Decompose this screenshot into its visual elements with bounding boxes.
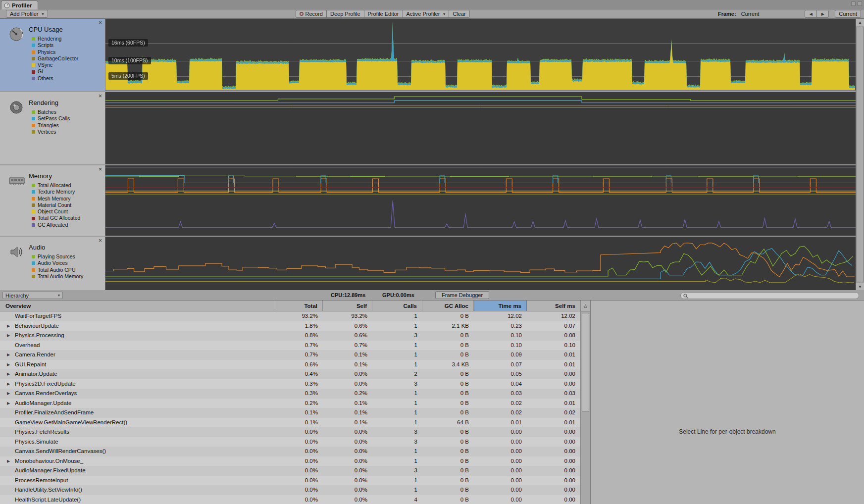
legend-item[interactable]: Texture Memory <box>32 189 80 195</box>
tab-profiler[interactable]: Profiler <box>1 0 38 9</box>
legend-color-swatch[interactable] <box>32 190 35 194</box>
clear-button[interactable]: Clear <box>449 10 469 18</box>
legend-color-swatch[interactable] <box>32 57 35 60</box>
search-box[interactable] <box>680 292 859 299</box>
legend-item[interactable]: Scripts <box>32 42 78 49</box>
legend-item[interactable]: Playing Sources <box>32 253 83 260</box>
record-button[interactable]: Record <box>296 10 327 18</box>
frame-debugger-button[interactable]: Frame Debugger <box>435 291 489 299</box>
legend-item[interactable]: Triangles <box>32 122 70 129</box>
legend-color-swatch[interactable] <box>32 117 35 120</box>
legend-color-swatch[interactable] <box>32 77 35 80</box>
expand-arrow-icon[interactable]: ▶ <box>7 350 10 360</box>
legend-color-swatch[interactable] <box>32 50 35 54</box>
legend-color-swatch[interactable] <box>32 44 35 47</box>
scrollbar-thumb[interactable] <box>582 313 589 412</box>
legend-item[interactable]: Material Count <box>32 202 80 208</box>
module-panel-cpu-usage[interactable]: × CPU Usage RenderingScriptsPhysicsGarba… <box>0 19 105 91</box>
legend-color-swatch[interactable] <box>32 197 35 201</box>
legend-color-swatch[interactable] <box>32 37 35 41</box>
table-row[interactable]: ▶BehaviourUpdate1.8%0.6%12.1 KB0.230.07 <box>0 321 580 331</box>
legend-item[interactable]: Vertices <box>32 129 70 135</box>
close-icon[interactable]: × <box>99 19 102 26</box>
legend-color-swatch[interactable] <box>32 130 35 134</box>
table-row[interactable]: HealthScript.LateUpdate()0.0%0.0%40 B0.0… <box>0 495 580 504</box>
table-row[interactable]: Physics.Simulate0.0%0.0%30 B0.000.00 <box>0 437 580 447</box>
table-row[interactable]: Canvas.SendWillRenderCanvases()0.0%0.0%1… <box>0 447 580 456</box>
legend-color-swatch[interactable] <box>32 268 35 272</box>
legend-color-swatch[interactable] <box>32 217 35 220</box>
window-menu-icon[interactable] <box>851 1 856 6</box>
profile-editor-button[interactable]: Profile Editor <box>364 10 403 18</box>
previous-frame-button[interactable]: ◀ <box>805 10 817 18</box>
close-icon[interactable]: × <box>99 93 102 100</box>
legend-item[interactable]: Batches <box>32 109 70 115</box>
rendering-chart[interactable] <box>105 92 856 164</box>
window-maximize-icon[interactable] <box>858 1 862 6</box>
legend-item[interactable]: GarbageCollector <box>32 55 78 62</box>
charts-scrollbar[interactable]: ▲ ▼ <box>856 19 864 290</box>
table-row[interactable]: Profiler.FinalizeAndSendFrame0.1%0.1%10 … <box>0 408 580 418</box>
scroll-down-icon[interactable]: ▼ <box>856 283 864 290</box>
legend-color-swatch[interactable] <box>32 255 35 258</box>
legend-item[interactable]: Total GC Allocated <box>32 215 80 221</box>
legend-item[interactable]: Mesh Memory <box>32 196 80 202</box>
legend-item[interactable]: Physics <box>32 49 78 55</box>
legend-item[interactable]: SetPass Calls <box>32 115 70 122</box>
legend-color-swatch[interactable] <box>32 261 35 265</box>
legend-item[interactable]: Gi <box>32 68 78 75</box>
legend-color-swatch[interactable] <box>32 275 35 278</box>
table-scrollbar[interactable]: △ <box>580 301 590 504</box>
column-header-self-ms[interactable]: Self ms <box>527 301 580 311</box>
module-panel-memory[interactable]: × Memory Total AllocatedTexture MemoryMe… <box>0 165 105 236</box>
legend-color-swatch[interactable] <box>32 223 35 227</box>
expand-arrow-icon[interactable]: ▶ <box>7 369 10 379</box>
expand-arrow-icon[interactable]: ▶ <box>7 456 10 466</box>
scroll-up-icon[interactable]: △ <box>581 301 590 311</box>
next-frame-button[interactable]: ▶ <box>816 10 829 18</box>
current-frame-button[interactable]: Current <box>835 10 861 18</box>
scroll-up-icon[interactable]: ▲ <box>856 19 864 26</box>
hierarchy-dropdown[interactable]: Hierarchy ▾ <box>2 292 63 299</box>
table-row[interactable]: ▶Animator.Update0.4%0.0%20 B0.050.00 <box>0 369 580 379</box>
active-profiler-dropdown[interactable]: Active Profiler ▾ <box>403 10 450 18</box>
table-row[interactable]: Physics.FetchResults0.0%0.0%30 B0.000.00 <box>0 427 580 437</box>
expand-arrow-icon[interactable]: ▶ <box>7 360 10 370</box>
table-row[interactable]: ▶GUI.Repaint0.6%0.1%13.4 KB0.070.01 <box>0 360 580 370</box>
table-row[interactable]: ▶Physics.Processing0.8%0.6%30 B0.100.08 <box>0 331 580 341</box>
column-header-time-ms[interactable]: Time ms <box>474 301 527 311</box>
close-icon[interactable]: × <box>99 166 102 173</box>
cpu-chart[interactable]: 16ms (60FPS) 10ms (100FPS) 5ms (200FPS) <box>105 19 856 91</box>
table-row[interactable]: WaitForTargetFPS93.2%93.2%10 B12.0212.02 <box>0 311 580 321</box>
legend-item[interactable]: GC Allocated <box>32 222 80 228</box>
expand-arrow-icon[interactable]: ▶ <box>7 331 10 341</box>
table-row[interactable]: ▶Monobehaviour.OnMouse_0.0%0.0%10 B0.000… <box>0 456 580 466</box>
expand-arrow-icon[interactable]: ▶ <box>7 389 10 399</box>
legend-color-swatch[interactable] <box>32 203 35 207</box>
table-row[interactable]: ▶AudioManager.Update0.2%0.1%10 B0.020.01 <box>0 399 580 408</box>
legend-item[interactable]: Rendering <box>32 36 78 42</box>
search-input[interactable] <box>690 293 859 299</box>
scrollbar-thumb[interactable] <box>857 27 864 282</box>
legend-item[interactable]: Total Allocated <box>32 182 80 189</box>
window-controls[interactable] <box>851 1 862 6</box>
table-row[interactable]: HandleUtility.SetViewInfo()0.0%0.0%10 B0… <box>0 485 580 495</box>
legend-item[interactable]: Total Audio Memory <box>32 273 83 280</box>
legend-color-swatch[interactable] <box>32 124 35 127</box>
legend-item[interactable]: Object Count <box>32 208 80 215</box>
memory-chart[interactable] <box>105 165 856 236</box>
expand-arrow-icon[interactable]: ▶ <box>7 379 10 389</box>
legend-color-swatch[interactable] <box>32 110 35 114</box>
column-header-gc-alloc[interactable]: GC Alloc <box>422 301 474 311</box>
module-panel-rendering[interactable]: × Rendering BatchesSetPass CallsTriangle… <box>0 92 105 164</box>
column-header-overview[interactable]: Overview <box>0 301 277 311</box>
close-icon[interactable]: × <box>99 237 102 244</box>
legend-color-swatch[interactable] <box>32 184 35 187</box>
legend-color-swatch[interactable] <box>32 63 35 67</box>
add-profiler-dropdown[interactable]: Add Profiler ▾ <box>6 10 48 18</box>
audio-chart[interactable] <box>105 237 856 290</box>
module-panel-audio[interactable]: × Audio Playing SourcesAudio VoicesTotal… <box>0 237 105 290</box>
legend-item[interactable]: Audio Voices <box>32 260 83 266</box>
table-row[interactable]: AudioManager.FixedUpdate0.0%0.0%30 B0.00… <box>0 466 580 476</box>
legend-color-swatch[interactable] <box>32 70 35 74</box>
